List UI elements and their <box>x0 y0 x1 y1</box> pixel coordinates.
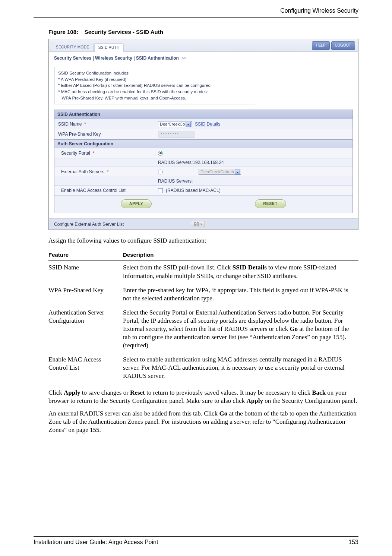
tab-security-mode[interactable]: SECURITY MODE <box>52 43 94 51</box>
ssid-name-value: DeerCreekCo <box>160 122 185 126</box>
required-icon: * <box>84 121 86 127</box>
footer-title: Installation and User Guide: Airgo Acces… <box>34 539 158 546</box>
info-line: * MAC address checking can be enabled fo… <box>58 89 251 95</box>
required-icon: * <box>93 151 95 156</box>
mac-acl-note: (RADIUS based MAC-ACL) <box>166 188 221 193</box>
table-row: SSID Name Select from the SSID pull-down… <box>48 260 358 283</box>
figure-number: Figure 108: <box>48 29 78 35</box>
figure-caption: Figure 108: Security Services - SSID Aut… <box>48 29 358 35</box>
page-header: Configuring Wireless Security <box>34 7 358 18</box>
external-auth-radio[interactable] <box>158 170 163 174</box>
info-line: * A WPA Preshared Key (if required) <box>58 76 251 83</box>
radius-servers-line: RADIUS Servers:192.168.168.24 <box>155 158 353 167</box>
info-line: WPA Pre-Shared Key, WEP with manual keys… <box>58 95 251 101</box>
ssid-details-link[interactable]: SSID Details <box>195 121 220 127</box>
chevron-down-icon: ▾ <box>235 170 240 175</box>
wpa-psk-label: WPA Pre-Shared Key <box>54 129 155 139</box>
mac-acl-label: Enable MAC Access Control List <box>54 186 155 195</box>
screenshot-panel: SECURITY MODE SSID AUTH HELP LOGOUT Secu… <box>48 39 358 230</box>
mac-acl-checkbox[interactable] <box>158 188 163 193</box>
external-auth-select[interactable]: DeerCreekCoAuth ▾ <box>199 169 241 175</box>
reset-button[interactable]: RESET <box>255 199 286 208</box>
ssid-auth-panel: SSID Authentication SSID Name * DeerCree… <box>54 110 353 213</box>
description-col-header: Description <box>123 249 358 260</box>
required-icon: * <box>107 169 109 174</box>
security-portal-radio[interactable] <box>158 151 163 156</box>
ssid-name-select[interactable]: DeerCreekCo ▾ <box>158 121 192 127</box>
screenshot-topbar: SECURITY MODE SSID AUTH HELP LOGOUT <box>49 39 358 52</box>
feature-table: Feature Description SSID Name Select fro… <box>48 249 358 383</box>
table-row: Enable MAC Access Control List Select to… <box>48 353 358 383</box>
wpa-psk-input[interactable]: ******** <box>158 131 195 138</box>
body-paragraph: Click Apply to save changes or Reset to … <box>48 389 358 405</box>
feature-cell: Enable MAC Access Control List <box>48 353 123 383</box>
auth-server-header: Auth Server Configuration <box>54 139 353 148</box>
figure-title: Security Services - SSID Auth <box>85 29 163 35</box>
apply-button[interactable]: APPLY <box>121 199 152 208</box>
external-auth-value: DeerCreekCoAuth <box>200 170 234 174</box>
description-cell: Select from the SSID pull-down list. Cli… <box>123 260 358 283</box>
radio-dot-icon <box>159 152 162 154</box>
feature-cell: SSID Name <box>48 260 123 283</box>
feature-col-header: Feature <box>48 249 123 260</box>
ssid-name-label: SSID Name <box>58 121 82 127</box>
page-number: 153 <box>348 539 358 546</box>
intro-paragraph: Assign the following values to configure… <box>48 237 358 245</box>
breadcrumb: Security Services | Wireless Security | … <box>49 52 358 63</box>
go-button[interactable]: GO » <box>191 221 205 227</box>
table-row: WPA Pre-Shared Key Enter the pre-shared … <box>48 283 358 306</box>
info-box: SSID Security Configuration includes: * … <box>54 67 255 104</box>
help-button[interactable]: HELP <box>312 41 330 50</box>
security-portal-label: Security Portal <box>61 151 90 156</box>
body-paragraph: An external RADIUS server can also be ad… <box>48 410 358 434</box>
page-footer: Installation and User Guide: Airgo Acces… <box>34 536 358 546</box>
chevron-down-icon: ▾ <box>186 122 191 127</box>
external-auth-label: External Auth Servers <box>61 169 104 174</box>
breadcrumb-text: Security Services | Wireless Security | … <box>54 56 179 61</box>
tab-ssid-auth[interactable]: SSID AUTH <box>94 43 124 52</box>
feature-cell: WPA Pre-Shared Key <box>48 283 123 306</box>
radius-servers-line: RADIUS Servers: <box>155 177 353 185</box>
description-cell: Enter the pre-shared key for WPA, if app… <box>123 283 358 306</box>
panel-header: SSID Authentication <box>54 110 353 119</box>
description-cell: Select the Security Portal or External A… <box>123 306 358 353</box>
configure-ext-auth-label: Configure External Auth Server List <box>54 222 124 227</box>
feature-cell: Authentication Server Configuration <box>48 306 123 353</box>
breadcrumb-arrows-icon: >> <box>181 56 186 60</box>
info-line: SSID Security Configuration includes: <box>58 70 251 76</box>
info-line: * Either AP based (Portal) or other (Ext… <box>58 82 251 89</box>
table-row: Authentication Server Configuration Sele… <box>48 306 358 353</box>
logout-button[interactable]: LOGOUT <box>331 41 355 50</box>
description-cell: Select to enable authentication using MA… <box>123 353 358 383</box>
